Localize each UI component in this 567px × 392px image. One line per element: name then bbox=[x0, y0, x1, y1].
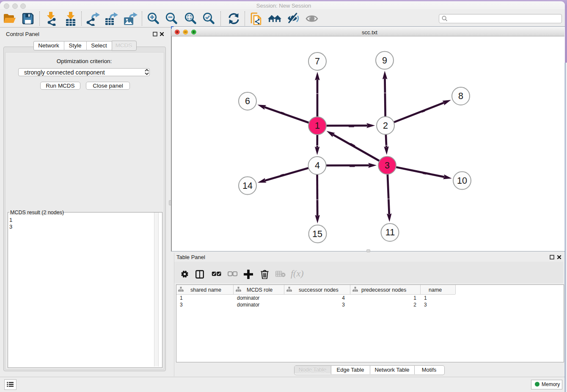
svg-text:11: 11 bbox=[385, 227, 395, 237]
svg-text:14: 14 bbox=[242, 181, 253, 191]
svg-text:15: 15 bbox=[312, 229, 322, 239]
svg-text:1: 1 bbox=[315, 121, 320, 131]
svg-text:8: 8 bbox=[458, 91, 463, 101]
svg-text:10: 10 bbox=[457, 176, 467, 186]
svg-text:3: 3 bbox=[385, 160, 390, 171]
svg-text:4: 4 bbox=[315, 160, 320, 171]
svg-text:7: 7 bbox=[315, 56, 320, 66]
svg-text:6: 6 bbox=[245, 96, 250, 106]
svg-text:2: 2 bbox=[383, 121, 388, 131]
svg-text:9: 9 bbox=[382, 55, 387, 66]
